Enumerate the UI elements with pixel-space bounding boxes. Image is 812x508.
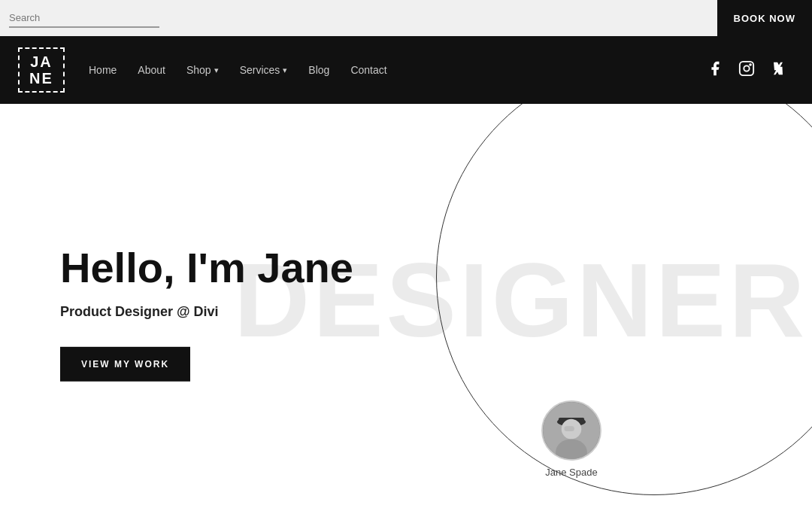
hero-subtitle: Product Designer @ Divi bbox=[60, 304, 353, 320]
facebook-icon[interactable] bbox=[707, 60, 723, 81]
nav-link-about[interactable]: About bbox=[138, 64, 165, 76]
view-work-button[interactable]: VIEW MY WORK bbox=[60, 347, 190, 382]
instagram-icon[interactable] bbox=[738, 60, 755, 81]
main-nav: JA NE Home About Shop Services Blog Cont… bbox=[0, 36, 812, 104]
logo-line2: NE bbox=[26, 70, 57, 87]
hero-content: Hello, I'm Jane Product Designer @ Divi … bbox=[60, 244, 353, 382]
profile-section: Jane Spade bbox=[541, 400, 601, 478]
nav-item-blog[interactable]: Blog bbox=[308, 63, 329, 77]
hero-title: Hello, I'm Jane bbox=[60, 244, 353, 291]
nav-link-shop[interactable]: Shop bbox=[186, 64, 219, 76]
nav-item-contact[interactable]: Contact bbox=[350, 63, 386, 77]
svg-point-2 bbox=[750, 64, 751, 65]
nav-link-home[interactable]: Home bbox=[89, 64, 117, 76]
profile-name: Jane Spade bbox=[545, 467, 597, 478]
site-logo[interactable]: JA NE bbox=[18, 47, 65, 93]
hero-section: DESIGNER Hello, I'm Jane Product Designe… bbox=[0, 104, 812, 508]
logo-line1: JA bbox=[26, 53, 57, 70]
nav-item-services[interactable]: Services bbox=[240, 64, 288, 76]
avatar bbox=[541, 400, 601, 461]
nav-link-blog[interactable]: Blog bbox=[308, 64, 329, 76]
nav-link-contact[interactable]: Contact bbox=[350, 64, 386, 76]
svg-point-1 bbox=[744, 65, 749, 71]
svg-rect-0 bbox=[740, 61, 753, 75]
nav-links: Home About Shop Services Blog Contact bbox=[89, 63, 387, 77]
nav-left: JA NE Home About Shop Services Blog Cont… bbox=[18, 47, 387, 93]
social-icons bbox=[707, 60, 786, 81]
nav-item-home[interactable]: Home bbox=[89, 63, 117, 77]
search-input[interactable] bbox=[9, 9, 159, 28]
svg-rect-8 bbox=[565, 426, 574, 431]
top-bar: BOOK NOW bbox=[0, 0, 812, 36]
circle-decoration bbox=[436, 104, 812, 495]
book-now-button[interactable]: BOOK NOW bbox=[717, 0, 812, 36]
nav-item-shop[interactable]: Shop bbox=[186, 64, 219, 76]
deviantart-icon[interactable] bbox=[770, 60, 786, 81]
nav-link-services[interactable]: Services bbox=[240, 64, 288, 76]
nav-item-about[interactable]: About bbox=[138, 63, 165, 77]
